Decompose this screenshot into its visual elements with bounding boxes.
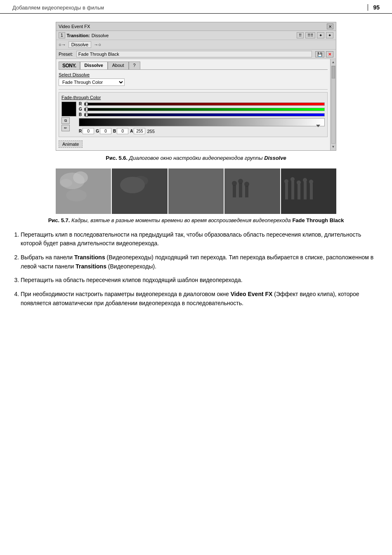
a-input[interactable] xyxy=(134,128,145,134)
instruction-2-transitions2: Transitions xyxy=(76,263,106,270)
frame-4 xyxy=(224,168,280,214)
frame-2 xyxy=(112,168,167,214)
a-value-display: 255 xyxy=(147,129,154,134)
svg-rect-15 xyxy=(304,182,307,199)
svg-point-5 xyxy=(133,176,148,186)
dialog-title: Video Event FX xyxy=(59,24,90,29)
transition-value: Dissolve xyxy=(92,33,109,38)
rgb-sliders: R G xyxy=(79,102,325,134)
fig57-prefix: Рис. 5.7. xyxy=(48,217,70,223)
svg-point-2 xyxy=(60,179,72,187)
instructions-section: Перетащить клип в последовательности на … xyxy=(17,230,375,308)
color-copy-btn[interactable]: ⧉ xyxy=(61,117,70,124)
frame2-graphic xyxy=(112,168,167,214)
instruction-3-text: Перетащить на область пересечения клипов… xyxy=(21,277,243,283)
list-item-3: Перетащить на область пересечения клипов… xyxy=(21,276,375,285)
transport-arrow-left: ○→ xyxy=(59,42,66,47)
transport-arrow-right: →○ xyxy=(94,42,101,47)
svg-rect-14 xyxy=(298,184,300,199)
b-slider-thumb xyxy=(85,113,88,117)
dissolve-type-dropdown[interactable]: Fade Through Color Fade Through Black Cr… xyxy=(59,78,125,86)
color-swatch[interactable] xyxy=(61,102,76,116)
color-eyedropper-btn[interactable]: ✏ xyxy=(61,125,70,131)
toolbar-right-buttons: ⠿ ⠿⠿ ✦ ✦ xyxy=(297,32,333,38)
preset-label: Preset: xyxy=(59,52,73,57)
animate-button[interactable]: Animate xyxy=(59,140,83,148)
page-title: Добавляем видеопереходы в фильм xyxy=(12,5,104,11)
scroll-down-arrow[interactable]: ▼ xyxy=(332,145,335,149)
fig56-text: Диалоговое окно настройки видеопереходов… xyxy=(129,155,286,161)
scrollbar-track[interactable] xyxy=(331,66,335,144)
dialog-tabs: SONY. Dissolve About ? xyxy=(59,62,328,70)
dialog-preset-row: Preset: Fade Through Black 💾 ✕ xyxy=(56,50,336,59)
frame-1 xyxy=(56,168,111,214)
instruction-2-transitions1: Transitions xyxy=(74,254,105,261)
fig56-caption: Рис. 5.6. Диалоговое окно настройки виде… xyxy=(17,155,375,161)
dropdown-row: Fade Through Color Fade Through Black Cr… xyxy=(59,78,328,86)
preset-delete-button[interactable]: ✕ xyxy=(326,51,333,57)
tab-help[interactable]: ? xyxy=(129,62,140,69)
numbered-list: Перетащить клип в последовательности на … xyxy=(17,230,375,308)
color-controls: ⧉ ✏ R xyxy=(61,102,325,134)
color-left-panel: ⧉ ✏ xyxy=(61,102,76,131)
g-input[interactable] xyxy=(100,128,111,134)
b-input[interactable] xyxy=(117,128,128,134)
rgba-inputs: R G B xyxy=(79,128,325,134)
toolbar-number-btn[interactable]: 1 xyxy=(59,32,65,38)
tab-sony[interactable]: SONY. xyxy=(59,62,80,69)
svg-rect-6 xyxy=(233,185,236,197)
color-tools: ⧉ ✏ xyxy=(61,117,76,131)
toolbar-grid2-btn[interactable]: ⠿⠿ xyxy=(305,32,315,38)
list-item-2: Выбрать на панели Transitions (Видеопере… xyxy=(21,253,375,271)
page-header: Добавляем видеопереходы в фильм 95 xyxy=(0,0,392,14)
svg-point-19 xyxy=(297,180,301,185)
svg-rect-12 xyxy=(285,183,288,199)
b-input-group: B xyxy=(113,128,128,134)
g-label: G xyxy=(79,107,83,111)
tab-about[interactable]: About xyxy=(108,62,129,69)
g-input-group: G xyxy=(96,128,111,134)
tab-dissolve[interactable]: Dissolve xyxy=(80,62,108,69)
svg-point-10 xyxy=(238,179,243,184)
a-input-group: A xyxy=(130,128,145,134)
instruction-4-part1: При необходимости настроить параметры ви… xyxy=(21,291,231,297)
toolbar-grid-btn[interactable]: ⠿ xyxy=(297,32,304,38)
r-slider[interactable] xyxy=(84,102,325,106)
fig57-bold: Fade Through Black xyxy=(292,217,344,223)
transport-dissolve: Dissolve xyxy=(68,41,92,48)
g-slider-thumb xyxy=(85,107,88,111)
r-input[interactable] xyxy=(83,128,94,134)
color-section-title: Fade-through Color xyxy=(61,95,325,100)
list-item-1: Перетащить клип в последовательности на … xyxy=(21,230,375,248)
a-input-label: A xyxy=(130,129,133,133)
scroll-up-arrow[interactable]: ▲ xyxy=(332,60,335,65)
dialog-close-button[interactable]: ✕ xyxy=(327,24,333,29)
close-icon: ✕ xyxy=(328,24,332,29)
frame4-graphic xyxy=(224,168,280,214)
b-slider[interactable] xyxy=(84,113,325,116)
select-dissolve-label: Select Dissolve xyxy=(59,72,328,77)
preset-save-button[interactable]: 💾 xyxy=(315,51,324,57)
b-slider-row: B xyxy=(79,112,325,117)
toolbar-plus-btn[interactable]: ✦ xyxy=(317,32,324,38)
scrollbar-thumb xyxy=(332,66,335,78)
instruction-4-vef: Video Event FX xyxy=(231,291,273,297)
toolbar-fx-btn[interactable]: ✦ xyxy=(326,32,333,38)
dialog-main: SONY. Dissolve About ? Select Dissolve F… xyxy=(56,59,336,150)
dialog-titlebar: Video Event FX ✕ xyxy=(56,22,336,31)
r-label: R xyxy=(79,102,83,106)
g-slider[interactable] xyxy=(84,108,325,111)
svg-rect-16 xyxy=(310,183,313,199)
instruction-2-part3: (Видеопереходы). xyxy=(106,263,156,270)
g-input-label: G xyxy=(96,129,99,133)
b-input-label: B xyxy=(113,129,116,133)
frame-5 xyxy=(281,168,336,214)
svg-point-20 xyxy=(303,178,307,182)
dialog-toolbar: 1 Transition: Dissolve ⠿ ⠿⠿ ✦ ✦ xyxy=(56,31,336,40)
dialog-scrollbar[interactable]: ▲ ▼ xyxy=(330,59,336,150)
svg-rect-13 xyxy=(291,181,294,199)
transition-label: Transition: xyxy=(67,33,90,38)
gradient-thumb xyxy=(316,125,320,127)
svg-point-18 xyxy=(290,177,295,181)
frame5-graphic xyxy=(281,168,336,214)
